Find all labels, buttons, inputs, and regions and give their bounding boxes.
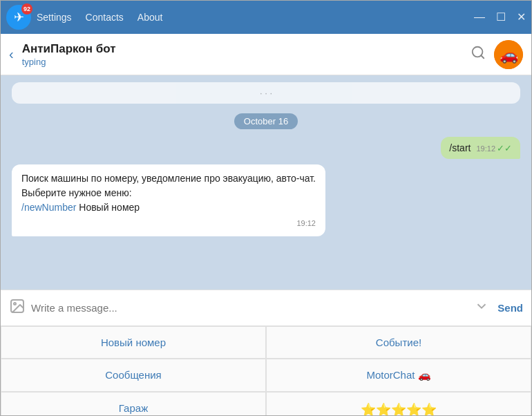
date-badge: October 16 (12, 115, 520, 127)
chat-name-block: АнтиПаркон бот typing (22, 42, 471, 67)
message-sent: /start 19:12 ✓✓ (12, 137, 520, 159)
maximize-button[interactable]: ☐ (496, 12, 506, 23)
menu-settings[interactable]: Settings (37, 12, 72, 23)
menu-contacts[interactable]: Contacts (86, 12, 124, 23)
emoji-dropdown-button[interactable] (474, 299, 489, 317)
read-checkmarks: ✓✓ (497, 143, 512, 153)
svg-point-5 (14, 303, 16, 305)
chat-status: typing (22, 57, 471, 67)
chat-header: ‹ АнтиПаркон бот typing 🚗 (1, 34, 531, 75)
bot-button-event[interactable]: Событие! (266, 326, 531, 359)
message-received: Поиск машины по номеру, уведомление про … (12, 164, 520, 236)
chat-name: АнтиПаркон бот (22, 42, 471, 56)
send-button[interactable]: Send (497, 302, 523, 314)
recv-text-line1: Поиск машины по номеру, уведомление про … (21, 171, 316, 186)
chat-area[interactable]: · · · October 16 /start 19:12 ✓✓ Поиск м… (1, 75, 531, 290)
app-icon: ✈ 92 (6, 5, 31, 30)
close-button[interactable]: ✕ (517, 12, 526, 23)
avatar: 🚗 (494, 40, 523, 69)
sent-time: 19:12 ✓✓ (476, 143, 512, 153)
menu-bar: Settings Contacts About (37, 12, 162, 23)
bot-button-new-number[interactable]: Новый номер (1, 326, 266, 359)
sent-text: /start (449, 142, 471, 153)
sent-bubble: /start 19:12 ✓✓ (441, 137, 520, 159)
menu-about[interactable]: About (137, 12, 163, 23)
bot-button-messages[interactable]: Сообщения (1, 359, 266, 392)
bot-button-garage[interactable]: Гараж (1, 392, 266, 416)
window-controls: — ☐ ✕ (474, 12, 526, 23)
search-button[interactable] (471, 45, 486, 64)
recv-time: 19:12 (296, 218, 316, 229)
minimize-button[interactable]: — (474, 12, 485, 23)
recv-bubble: Поиск машины по номеру, уведомление про … (12, 164, 325, 236)
message-input[interactable] (31, 302, 468, 314)
attach-button[interactable] (9, 298, 26, 319)
title-bar: ✈ 92 Settings Contacts About — ☐ ✕ (1, 1, 531, 34)
svg-line-1 (481, 55, 484, 58)
partial-message: · · · (12, 82, 520, 104)
recv-text-line2: Выберите нужное меню: (21, 186, 316, 200)
recv-text-link-label: Новый номер (79, 202, 140, 213)
message-input-area: Send (1, 290, 531, 325)
bot-button-motorchat[interactable]: MotorChat 🚗 (266, 359, 531, 392)
bot-button-rating[interactable]: ⭐⭐⭐⭐⭐ (266, 392, 531, 416)
svg-text:🚗: 🚗 (500, 46, 519, 64)
newNumber-link[interactable]: /newNumber (21, 202, 76, 213)
recv-text-line3: /newNumber Новый номер (21, 200, 316, 215)
back-button[interactable]: ‹ (9, 46, 14, 62)
date-label: October 16 (234, 113, 298, 129)
bot-buttons: Новый номер Событие! Сообщения MotorChat… (1, 325, 531, 416)
notification-badge: 92 (21, 3, 32, 15)
